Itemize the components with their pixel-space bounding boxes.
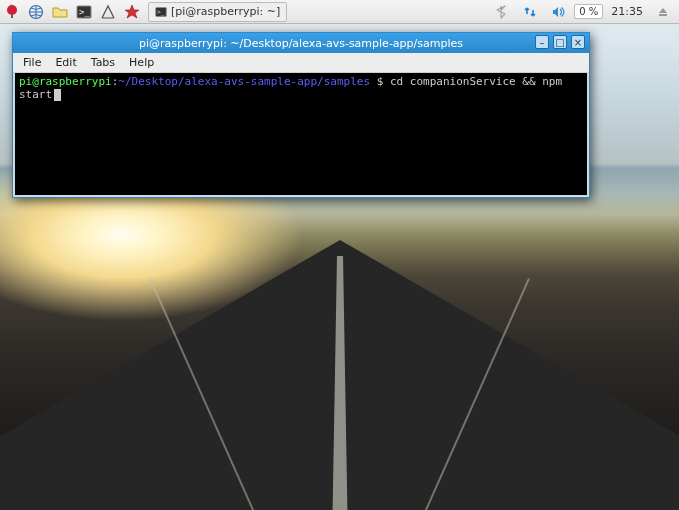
wolfram-icon[interactable] [121,1,143,23]
svg-rect-1 [11,15,13,18]
bluetooth-icon[interactable] [491,1,513,23]
network-icon[interactable] [519,1,541,23]
maximize-button[interactable]: □ [553,35,567,49]
window-titlebar[interactable]: pi@raspberrypi: ~/Desktop/alexa-avs-samp… [13,33,589,53]
terminal-icon[interactable]: >_ [73,1,95,23]
prompt-user: pi [19,75,32,88]
window-title: pi@raspberrypi: ~/Desktop/alexa-avs-samp… [139,37,463,50]
menu-tabs[interactable]: Tabs [85,54,121,71]
svg-marker-5 [125,5,139,18]
menu-edit[interactable]: Edit [49,54,82,71]
menu-icon[interactable] [1,1,23,23]
menubar: File Edit Tabs Help [13,53,589,73]
svg-point-0 [7,5,17,15]
taskbar: >_ >_ [pi@raspberrypi: ~] 0 % 21:35 [0,0,679,24]
taskbar-window-label: [pi@raspberrypi: ~] [171,5,280,18]
web-icon[interactable] [25,1,47,23]
taskbar-window-button[interactable]: >_ [pi@raspberrypi: ~] [148,2,287,22]
prompt-symbol: $ [377,75,384,88]
clock[interactable]: 21:35 [611,5,643,18]
eject-icon[interactable] [652,1,674,23]
volume-icon[interactable] [547,1,569,23]
svg-text:>_: >_ [157,8,165,16]
svg-text:>_: >_ [79,7,90,17]
prompt-path: ~/Desktop/alexa-avs-sample-app/samples [118,75,370,88]
terminal-cursor [54,89,61,101]
menu-file[interactable]: File [17,54,47,71]
menu-help[interactable]: Help [123,54,160,71]
wallpaper-road [0,240,679,510]
terminal-body[interactable]: pi@raspberrypi:~/Desktop/alexa-avs-sampl… [13,73,589,197]
files-icon[interactable] [49,1,71,23]
terminal-window: pi@raspberrypi: ~/Desktop/alexa-avs-samp… [12,32,590,198]
svg-rect-8 [659,14,667,16]
system-tray: 0 % 21:35 [490,1,675,23]
close-button[interactable]: × [571,35,585,49]
prompt-host: raspberrypi [39,75,112,88]
cpu-usage[interactable]: 0 % [574,4,603,19]
minimize-button[interactable]: – [535,35,549,49]
mathematica-icon[interactable] [97,1,119,23]
